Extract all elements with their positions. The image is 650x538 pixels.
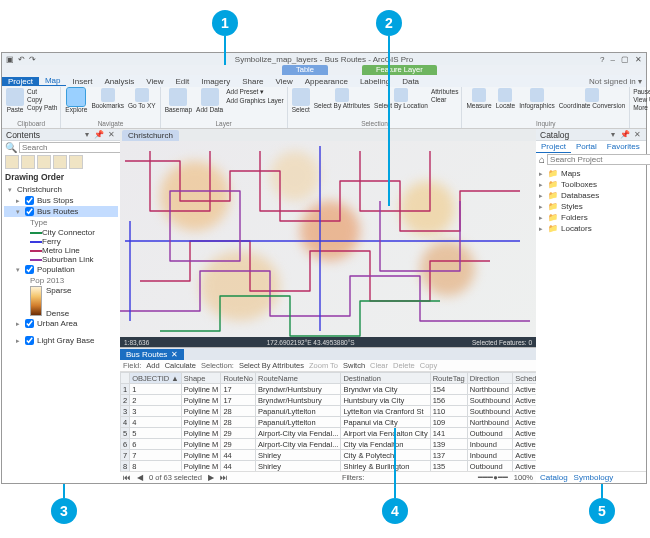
- table-zoomto-button[interactable]: Zoom To: [309, 361, 338, 370]
- help-icon[interactable]: ?: [600, 55, 604, 64]
- contents-search-input[interactable]: [19, 142, 120, 153]
- pause-labels-button[interactable]: Pause: [633, 88, 650, 95]
- zoom-slider[interactable]: ━━━●━━: [478, 473, 508, 482]
- goto-xy-button[interactable]: Go To XY: [127, 88, 157, 110]
- tab-project[interactable]: Project: [2, 77, 39, 86]
- first-record-icon[interactable]: ⏮: [123, 473, 131, 482]
- add-graphics-layer-button[interactable]: Add Graphics Layer: [226, 97, 283, 104]
- catalog-tab-portal[interactable]: Portal: [571, 141, 602, 153]
- map-selected-features[interactable]: Selected Features: 0: [472, 339, 532, 346]
- table-row[interactable]: 11Polyline M17Bryndwr/HuntsburyBryndwr v…: [121, 384, 537, 395]
- paste-button[interactable]: Paste: [5, 88, 25, 114]
- locate-button[interactable]: Locate: [495, 88, 517, 110]
- select-by-attributes-button[interactable]: Select By Attributes: [313, 88, 371, 110]
- catalog-item[interactable]: ▸📁Folders: [539, 212, 643, 223]
- table-row[interactable]: 66Polyline M29Airport-City via Fendal...…: [121, 439, 537, 450]
- contents-close-icon[interactable]: ✕: [106, 130, 116, 140]
- explore-button[interactable]: Explore: [64, 88, 88, 114]
- add-data-button[interactable]: Add Data: [195, 88, 224, 114]
- attributes-button[interactable]: Attributes: [431, 88, 458, 95]
- quickaccess-redo-icon[interactable]: ↷: [29, 55, 36, 64]
- table-row[interactable]: 55Polyline M29Airport-City via Fendal...…: [121, 428, 537, 439]
- more-labeling-button[interactable]: More ▾: [633, 104, 650, 112]
- tab-imagery[interactable]: Imagery: [195, 77, 236, 86]
- catalog-item[interactable]: ▸📁Locators: [539, 223, 643, 234]
- catalog-home-icon[interactable]: ⌂: [539, 154, 545, 165]
- catalog-tab-project[interactable]: Project: [536, 141, 571, 153]
- table-col[interactable]: RouteNo: [221, 373, 256, 384]
- tab-edit[interactable]: Edit: [169, 77, 195, 86]
- tab-map[interactable]: Map: [39, 76, 67, 86]
- quickaccess-undo-icon[interactable]: ↶: [18, 55, 25, 64]
- list-by-selection-icon[interactable]: [37, 155, 51, 169]
- table-col[interactable]: RouteTag: [430, 373, 467, 384]
- minimize-icon[interactable]: –: [611, 55, 615, 64]
- table-col[interactable]: Schedule: [513, 373, 536, 384]
- close-icon[interactable]: ✕: [635, 55, 642, 64]
- table-row[interactable]: 22Polyline M17Bryndwr/HuntsburyHuntsbury…: [121, 395, 537, 406]
- map-view[interactable]: 1:83,636 172.6902192°E 43.4953880°S Sele…: [120, 141, 536, 347]
- quickaccess-save-icon[interactable]: ▣: [6, 55, 14, 64]
- bottom-tab-catalog[interactable]: Catalog: [540, 473, 568, 482]
- catalog-menu-icon[interactable]: ▾: [608, 130, 618, 140]
- coord-conv-button[interactable]: Coordinate Conversion: [558, 88, 626, 110]
- tab-data[interactable]: Data: [396, 77, 425, 86]
- tab-share[interactable]: Share: [236, 77, 269, 86]
- infographics-button[interactable]: Infographics: [518, 88, 555, 110]
- clear-selection-button[interactable]: Clear: [431, 96, 458, 103]
- tab-analysis[interactable]: Analysis: [98, 77, 140, 86]
- table-col[interactable]: Destination: [341, 373, 430, 384]
- table-row[interactable]: 77Polyline M44ShirleyCity & Polytech137I…: [121, 450, 537, 461]
- add-preset-button[interactable]: Add Preset ▾: [226, 88, 283, 96]
- table-col[interactable]: Direction: [467, 373, 512, 384]
- context-tab-feature-layer[interactable]: Feature Layer: [362, 65, 437, 75]
- table-col[interactable]: RouteName: [255, 373, 340, 384]
- table-select-by-attr-button[interactable]: Select By Attributes: [239, 361, 304, 370]
- table-add-field-button[interactable]: Add: [146, 361, 159, 370]
- select-by-location-button[interactable]: Select By Location: [373, 88, 429, 110]
- map-tab[interactable]: Christchurch: [122, 130, 179, 141]
- list-by-source-icon[interactable]: [21, 155, 35, 169]
- tab-insert[interactable]: Insert: [66, 77, 98, 86]
- basemap-button[interactable]: Basemap: [164, 88, 193, 114]
- attribute-table[interactable]: OBJECTID ▲ShapeRouteNoRouteNameDestinati…: [120, 372, 536, 471]
- table-calculate-button[interactable]: Calculate: [165, 361, 196, 370]
- contents-menu-icon[interactable]: ▾: [82, 130, 92, 140]
- table-tab-label[interactable]: Bus Routes: [126, 349, 167, 360]
- catalog-item[interactable]: ▸📁Maps: [539, 168, 643, 179]
- bottom-tab-symbology[interactable]: Symbology: [574, 473, 614, 482]
- catalog-search-input[interactable]: [547, 154, 650, 165]
- view-unplaced-button[interactable]: View Unplaced: [633, 96, 650, 103]
- table-row[interactable]: 88Polyline M44ShirleyShirley & Burlingto…: [121, 461, 537, 472]
- contents-pin-icon[interactable]: 📌: [94, 130, 104, 140]
- copypath-button[interactable]: Copy Path: [27, 104, 57, 111]
- copy-button[interactable]: Copy: [27, 96, 57, 103]
- table-clear-button[interactable]: Clear: [370, 361, 388, 370]
- table-delete-button[interactable]: Delete: [393, 361, 415, 370]
- table-col[interactable]: OBJECTID ▲: [130, 373, 182, 384]
- list-by-editing-icon[interactable]: [53, 155, 67, 169]
- measure-button[interactable]: Measure: [465, 88, 492, 110]
- list-by-snapping-icon[interactable]: [69, 155, 83, 169]
- bookmarks-button[interactable]: Bookmarks: [90, 88, 125, 110]
- catalog-item[interactable]: ▸📁Styles: [539, 201, 643, 212]
- table-tab-close-icon[interactable]: ✕: [171, 349, 178, 360]
- maximize-icon[interactable]: ▢: [621, 55, 629, 64]
- catalog-pin-icon[interactable]: 📌: [620, 130, 630, 140]
- cut-button[interactable]: Cut: [27, 88, 57, 95]
- last-record-icon[interactable]: ⏭: [220, 473, 228, 482]
- map-scale[interactable]: 1:83,636: [124, 339, 149, 346]
- catalog-item[interactable]: ▸📁Databases: [539, 190, 643, 201]
- next-record-icon[interactable]: ▶: [208, 473, 214, 482]
- catalog-tab-favorites[interactable]: Favorites: [602, 141, 645, 153]
- table-col[interactable]: Shape: [181, 373, 221, 384]
- table-copy-button[interactable]: Copy: [420, 361, 438, 370]
- tab-view[interactable]: View: [140, 77, 169, 86]
- list-by-drawing-order-icon[interactable]: [5, 155, 19, 169]
- tab-appearance[interactable]: Appearance: [299, 77, 354, 86]
- context-tab-table[interactable]: Table: [282, 65, 328, 75]
- select-button[interactable]: Select: [291, 88, 311, 114]
- table-row[interactable]: 44Polyline M28Papanui/LytteltonPapanui v…: [121, 417, 537, 428]
- table-switch-button[interactable]: Switch: [343, 361, 365, 370]
- catalog-item[interactable]: ▸📁Toolboxes: [539, 179, 643, 190]
